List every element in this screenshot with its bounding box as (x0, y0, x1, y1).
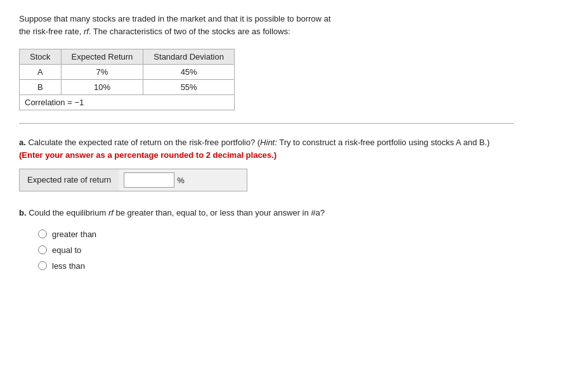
stock-a-return: 7% (61, 65, 143, 80)
rf-symbol-b: rf (108, 208, 114, 217)
section-a-text: a. Calculate the expected rate of return… (19, 136, 514, 161)
col-header-std-dev: Standard Deviation (143, 49, 235, 65)
radio-group: greater than equal to less than (38, 230, 514, 271)
table-row-b: B 10% 55% (20, 80, 235, 95)
hint-label: Hint: (260, 138, 277, 147)
stocks-table: Stock Expected Return Standard Deviation… (19, 49, 235, 110)
section-b-text1: Could the equilibrium (29, 208, 108, 217)
radio-less-label: less than (52, 261, 85, 271)
expected-return-input[interactable] (124, 172, 174, 188)
radio-less[interactable] (38, 261, 47, 270)
table-row-correlation: Correlation = −1 (20, 95, 235, 110)
intro-line1: Suppose that many stocks are traded in t… (19, 14, 330, 23)
section-a-bold: (Enter your answer as a percentage round… (19, 150, 277, 160)
stock-a-stddev: 45% (143, 65, 235, 80)
stock-b-stddev: 55% (143, 80, 235, 95)
col-header-expected-return: Expected Return (61, 49, 143, 65)
stock-b-return: 10% (61, 80, 143, 95)
section-divider (19, 123, 514, 124)
intro-text: Suppose that many stocks are traded in t… (19, 13, 514, 37)
section-a-text1: Calculate the expected rate of return on… (28, 138, 260, 147)
radio-greater-label: greater than (52, 230, 96, 239)
stock-a-name: A (20, 65, 62, 80)
radio-item-less[interactable]: less than (38, 261, 514, 271)
input-field-wrap: % (119, 170, 247, 190)
section-b-text: b. Could the equilibrium rf be greater t… (19, 207, 514, 219)
intro-line2b: . The characteristics of two of the stoc… (89, 27, 291, 36)
section-a: a. Calculate the expected rate of return… (19, 136, 514, 191)
radio-item-equal[interactable]: equal to (38, 245, 514, 255)
section-a-text2: Try to construct a risk-free portfolio u… (277, 138, 490, 147)
intro-line2a: the risk-free rate, (19, 27, 84, 36)
section-b-label: b. (19, 208, 27, 217)
correlation-value: Correlation = −1 (20, 95, 235, 110)
section-b: b. Could the equilibrium rf be greater t… (19, 207, 514, 271)
expected-return-row: Expected rate of return % (19, 169, 247, 191)
radio-greater[interactable] (38, 230, 47, 238)
stock-b-name: B (20, 80, 62, 95)
section-a-label: a. (19, 138, 26, 147)
table-row-a: A 7% 45% (20, 65, 235, 80)
section-b-text2: be greater than, equal to, or less than … (114, 208, 325, 217)
rf-symbol-intro: rf (84, 27, 89, 36)
percent-sign: % (177, 176, 185, 185)
expected-return-label: Expected rate of return (20, 169, 119, 191)
radio-equal-label: equal to (52, 245, 81, 255)
col-header-stock: Stock (20, 49, 62, 65)
radio-equal[interactable] (38, 245, 47, 254)
radio-item-greater[interactable]: greater than (38, 230, 514, 239)
